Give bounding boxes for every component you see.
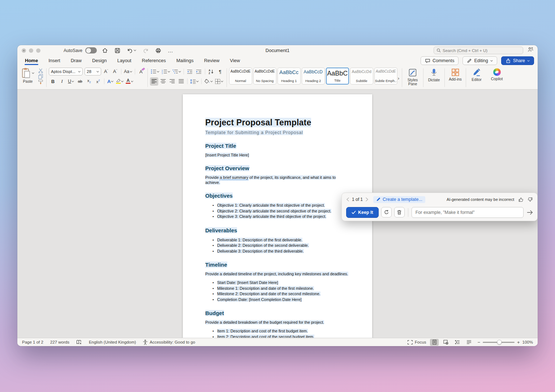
doc-bullet-item[interactable]: Item 2: Description and cost of the seco… [205,334,350,338]
justify-button[interactable] [177,77,185,86]
zoom-slider-thumb[interactable] [497,340,502,345]
zoom-out-button[interactable]: − [477,340,480,345]
tab-draw[interactable]: Draw [70,56,82,65]
doc-paragraph[interactable]: [Insert Project Title Here] [205,152,350,158]
styles-pane-button[interactable]: Styles Pane [404,67,421,86]
doc-bullet-item[interactable]: Deliverable 2: Description of the second… [205,243,350,249]
doc-bullet-item[interactable]: Milestone 2: Description and date of the… [205,291,350,297]
zoom-level[interactable]: 100% [522,340,533,344]
tab-references[interactable]: References [142,56,166,65]
next-suggestion-button[interactable] [365,197,369,202]
grow-font-button[interactable]: Aˆ [102,68,110,76]
doc-heading[interactable]: Deliverables [205,227,350,234]
thumbs-up-button[interactable] [518,197,524,202]
bullet-list-button[interactable] [150,68,160,76]
print-button[interactable] [154,47,163,54]
borders-button[interactable] [214,77,224,86]
comments-button[interactable]: Comments [421,56,459,65]
doc-bullet-item[interactable]: Deliverable 3: Description of the third … [205,249,350,254]
doc-bullet-item[interactable]: Deliverable 1: Description of the first … [205,237,350,243]
doc-bullet-item[interactable]: Item 1: Description and cost of the firs… [205,328,350,334]
zoom-slider[interactable] [483,342,515,343]
font-size-select[interactable]: 28 [85,68,101,76]
doc-bullet-item[interactable]: Objective 2: Clearly articulate the seco… [205,208,350,214]
doc-paragraph[interactable]: Provide a brief summary of the project, … [205,175,350,185]
copy-button[interactable] [37,73,44,79]
align-right-button[interactable] [168,77,176,86]
tab-mailings[interactable]: Mailings [176,56,194,65]
doc-bullet-item[interactable]: Objective 3: Clearly articulate the thir… [205,214,350,220]
superscript-button[interactable]: x2 [94,77,102,86]
focus-mode-button[interactable]: Focus [407,340,426,345]
autosave-toggle[interactable] [85,47,97,53]
strikethrough-button[interactable]: ab [76,77,84,86]
addins-button[interactable]: Add-ins [447,67,464,81]
style-card-heading-1[interactable]: AaBbCcHeading 1 [278,68,301,85]
language-status[interactable]: English (United Kingdom) [89,340,136,344]
more-commands-button[interactable]: … [166,47,175,54]
underline-button[interactable]: U [67,77,75,86]
redo-button[interactable] [141,47,150,54]
tab-review[interactable]: Review [204,56,220,65]
format-painter-button[interactable] [37,79,44,85]
zoom-in-button[interactable]: + [517,340,520,345]
bold-button[interactable]: B [49,77,57,86]
copilot-button[interactable]: Copilot [489,67,505,82]
line-spacing-button[interactable] [189,77,199,86]
doc-bullet-item[interactable]: Completion Date: [Insert Completion Date… [205,297,350,303]
doc-title-text[interactable]: Project Proposal Template [205,117,350,128]
discard-button[interactable] [394,207,405,217]
style-card-no-spacing[interactable]: AaBbCcDdENo Spacing [253,68,276,85]
doc-heading[interactable]: Project Title [205,143,350,149]
sort-button[interactable]: AZ [207,68,215,76]
editing-mode-button[interactable]: Editing [462,56,497,65]
draft-view-button[interactable] [465,339,473,346]
shading-button[interactable] [203,77,214,86]
web-layout-view-button[interactable] [442,339,450,346]
subscript-button[interactable]: x2 [85,77,93,86]
text-highlight-button[interactable] [115,77,124,86]
styles-gallery-more-button[interactable]: › [397,76,400,81]
fullscreen-window-button[interactable] [36,48,40,53]
doc-bullet-item[interactable]: Milestone 1: Description and date of the… [205,286,350,292]
presence-icon[interactable] [528,47,533,52]
previous-suggestion-button[interactable] [346,197,349,202]
align-center-button[interactable] [159,77,167,86]
doc-heading[interactable]: Objectives [205,193,350,199]
accessibility-status[interactable]: Accessibility: Good to go [143,340,195,345]
align-left-button[interactable] [150,77,158,86]
numbered-list-button[interactable]: 123 [161,68,171,76]
increase-indent-button[interactable] [195,68,203,76]
style-card-normal[interactable]: AaBbCcDdENormal [229,68,252,85]
minimize-window-button[interactable] [29,48,33,53]
tab-insert[interactable]: Insert [48,56,61,65]
print-layout-view-button[interactable] [430,339,439,346]
proofing-status[interactable] [76,340,82,345]
cut-button[interactable] [37,68,44,73]
style-card-heading-2[interactable]: AaBbCcDHeading 2 [302,68,325,85]
show-formatting-marks-button[interactable]: ¶ [216,68,224,76]
send-prompt-button[interactable] [526,210,533,215]
multilevel-list-button[interactable] [172,68,182,76]
font-name-select[interactable]: Aptos Displ... [49,68,83,76]
doc-bullet-item[interactable]: Objective 1: Clearly articulate the firs… [205,203,350,208]
style-card-subtitle[interactable]: AaBbCcDdSubtitle [350,68,373,85]
tab-view[interactable]: View [229,56,240,65]
regenerate-button[interactable] [381,207,392,217]
doc-bullet-item[interactable]: Start Date: [Insert Start Date Here] [205,280,350,286]
dictate-button[interactable]: Dictate [426,67,442,82]
doc-paragraph[interactable]: Provide a detailed timeline of the proje… [205,271,350,276]
word-count-status[interactable]: 227 words [50,340,69,344]
shrink-font-button[interactable]: Aˇ [111,68,119,76]
page-count-status[interactable]: Page 1 of 2 [22,340,43,344]
search-input[interactable] [443,48,520,53]
doc-paragraph[interactable]: Provide a detailed breakdown of the budg… [205,320,350,325]
doc-heading[interactable]: Project Overview [205,165,350,172]
outline-view-button[interactable] [453,339,462,346]
style-card-title[interactable]: AaBbCTitle [326,68,349,85]
font-color-button[interactable]: A [125,77,134,86]
doc-subtitle-text[interactable]: Template for Submitting a Project Propos… [205,130,350,135]
thumbs-down-button[interactable] [528,197,533,202]
search-box[interactable] [434,47,523,54]
copilot-prompt-input[interactable] [412,207,524,218]
